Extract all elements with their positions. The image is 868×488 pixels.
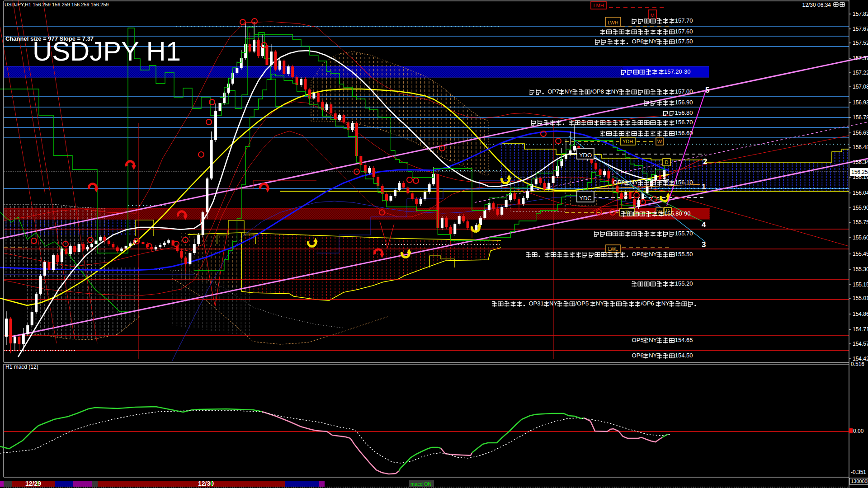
svg-text:154.570: 154.570 (853, 341, 868, 347)
svg-text:3: 3 (702, 240, 706, 249)
svg-text:OP5: OP5 (632, 337, 644, 343)
svg-text:NY: NY (596, 300, 604, 307)
svg-text:157.225: 157.225 (853, 70, 868, 76)
svg-text:0.516: 0.516 (851, 361, 864, 367)
svg-text:156.80: 156.80 (675, 109, 693, 116)
svg-text:USDJPY,H1 156.259 156.259 156: USDJPY,H1 156.259 156.259 156.259 156.25… (5, 2, 108, 7)
svg-text:130000: 130000 (851, 479, 868, 484)
svg-text:/OP8: /OP8 (590, 88, 604, 95)
svg-text:NY: NY (649, 352, 657, 359)
svg-text:LWH: LWH (608, 20, 618, 25)
svg-text:157.670: 157.670 (853, 26, 868, 32)
svg-text:156.780: 156.780 (853, 114, 868, 121)
svg-text:155.70: 155.70 (675, 230, 693, 237)
svg-text:156.635: 156.635 (853, 130, 868, 136)
svg-text:/OP5: /OP5 (576, 300, 589, 307)
svg-text:157.50: 157.50 (675, 38, 693, 45)
svg-text:H1 macd (12): H1 macd (12) (5, 364, 38, 370)
svg-text:4: 4 (702, 221, 706, 229)
svg-text:LMH: LMH (593, 3, 604, 8)
svg-text:D: D (665, 160, 669, 165)
svg-text:OP6: OP6 (632, 251, 644, 258)
svg-text:157.375: 157.375 (853, 55, 868, 61)
svg-text:154.50: 154.50 (675, 352, 693, 359)
svg-text:12/30 06:34: 12/30 06:34 (802, 2, 831, 8)
svg-text:155.80-90: 155.80-90 (664, 210, 691, 217)
svg-text:155.900: 155.900 (853, 205, 868, 211)
svg-text:5: 5 (705, 86, 709, 94)
svg-text:154.65: 154.65 (675, 337, 693, 343)
svg-text:0.00: 0.00 (853, 428, 864, 434)
svg-text:macd ON: macd ON (410, 481, 432, 487)
svg-text:157.60: 157.60 (675, 28, 693, 35)
svg-text:NY: NY (649, 38, 657, 45)
svg-text:154.860: 154.860 (853, 311, 868, 317)
svg-text:1: 1 (702, 183, 706, 191)
svg-text:154.715: 154.715 (853, 326, 868, 333)
svg-text:NY: NY (661, 300, 670, 307)
svg-text:-0.351: -0.351 (851, 469, 866, 475)
svg-text:156.90: 156.90 (675, 99, 693, 106)
svg-text:155.305: 155.305 (853, 266, 868, 272)
svg-text:OP6: OP6 (632, 352, 644, 359)
svg-text:155.455: 155.455 (853, 251, 868, 257)
svg-text:157.00: 157.00 (675, 88, 693, 95)
svg-text:W: W (657, 139, 662, 144)
svg-text:OP31: OP31 (529, 300, 544, 307)
svg-text:M: M (650, 13, 654, 18)
svg-text:155.600: 155.600 (853, 235, 868, 241)
svg-text:157.20-30: 157.20-30 (664, 68, 691, 75)
svg-text:NY: NY (611, 88, 619, 95)
svg-text:NY: NY (649, 251, 657, 258)
svg-text:155.010: 155.010 (853, 295, 868, 301)
svg-text:156.485: 156.485 (853, 144, 868, 150)
svg-text:YDH: YDH (623, 139, 633, 144)
svg-text:155.750: 155.750 (853, 219, 868, 225)
svg-text:OP6: OP6 (632, 38, 644, 45)
svg-text:NY: NY (565, 88, 573, 95)
svg-text:YDC: YDC (579, 195, 591, 202)
svg-text:2: 2 (703, 157, 707, 166)
svg-text:YDO: YDO (579, 152, 592, 159)
svg-text:155.50: 155.50 (675, 251, 693, 258)
svg-text:LWL: LWL (608, 246, 618, 252)
svg-text:/OP6: /OP6 (641, 300, 654, 307)
svg-text:NY: NY (549, 300, 557, 307)
svg-text:156.340: 156.340 (853, 159, 868, 165)
svg-text:157.525: 157.525 (853, 40, 868, 46)
svg-text:NY: NY (630, 179, 638, 186)
svg-text:NY: NY (649, 337, 657, 343)
svg-text:OP7: OP7 (547, 88, 559, 95)
svg-text:156.930: 156.930 (853, 99, 868, 106)
svg-text:156.60: 156.60 (675, 130, 693, 136)
svg-text:156.045: 156.045 (853, 190, 868, 196)
svg-text:155.20: 155.20 (675, 280, 693, 287)
svg-text:157.70: 157.70 (675, 17, 693, 24)
svg-text:12/29: 12/29 (25, 480, 41, 487)
svg-text:OP8: OP8 (613, 179, 625, 186)
svg-text:156.70: 156.70 (675, 119, 693, 126)
svg-text:USDJPY H1: USDJPY H1 (33, 36, 181, 66)
svg-text:155.155: 155.155 (853, 282, 868, 288)
svg-text:156.259: 156.259 (851, 169, 868, 175)
svg-text:157.820: 157.820 (853, 11, 868, 17)
svg-text:156.10: 156.10 (675, 179, 693, 186)
svg-text:157.080: 157.080 (853, 84, 868, 90)
